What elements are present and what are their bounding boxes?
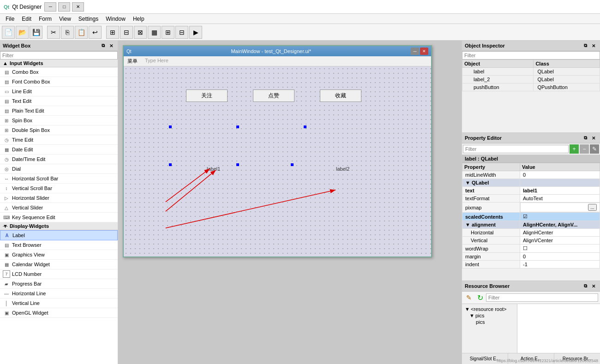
- preview-button[interactable]: ▶: [189, 26, 202, 39]
- widget-text-edit[interactable]: ▤ Text Edit: [0, 96, 118, 106]
- prop-row[interactable]: margin 0: [462, 253, 600, 261]
- qt-button-favorite[interactable]: 收藏: [320, 90, 361, 102]
- center-area[interactable]: Qt MainWindow - test_Qt_Designer.ui* ─ ✕…: [118, 41, 462, 364]
- qt-menu-item-2[interactable]: Type Here: [143, 57, 170, 65]
- menu-edit[interactable]: Edit: [18, 15, 35, 23]
- property-editor-close-btn[interactable]: ✕: [590, 134, 597, 142]
- res-tree-root[interactable]: ▼ <resource root>: [464, 306, 515, 312]
- prop-value[interactable]: ☑: [520, 213, 600, 221]
- table-row[interactable]: label QLabel: [462, 68, 600, 76]
- menu-file[interactable]: File: [2, 15, 18, 23]
- prop-row[interactable]: Vertical AlignVCenter: [462, 237, 600, 245]
- qt-close-btn[interactable]: ✕: [420, 48, 428, 55]
- widget-spin-box[interactable]: ⊞ Spin Box: [0, 116, 118, 125]
- res-refresh-btn[interactable]: ↻: [475, 292, 485, 303]
- paste-button[interactable]: 📋: [75, 26, 88, 39]
- menu-window[interactable]: Window: [102, 15, 129, 23]
- res-tree-pics-sub[interactable]: pics: [464, 319, 515, 325]
- grid-button[interactable]: ⊞: [162, 26, 174, 39]
- cut-button[interactable]: ✂: [47, 26, 60, 39]
- minimize-button[interactable]: ─: [44, 2, 56, 12]
- qt-label-2[interactable]: label2: [336, 166, 349, 172]
- prop-value[interactable]: 0: [520, 171, 600, 179]
- prop-row[interactable]: pixmap ...: [462, 203, 600, 213]
- prop-remove-btn[interactable]: −: [580, 144, 589, 154]
- prop-value[interactable]: label1: [520, 187, 600, 195]
- widget-vertical-line[interactable]: │ Vertical Line: [0, 298, 118, 308]
- menu-help[interactable]: Help: [129, 15, 148, 23]
- resource-browser-close-btn[interactable]: ✕: [590, 282, 597, 290]
- qt-form-content[interactable]: 关注 点赞 收藏 label1 label2: [124, 66, 431, 257]
- widget-time-edit[interactable]: ◷ Time Edit: [0, 135, 118, 145]
- widget-key-sequence-edit[interactable]: ⌨ Key Sequence Edit: [0, 213, 118, 222]
- widget-progress-bar[interactable]: ▰ Progress Bar: [0, 279, 118, 289]
- widget-font-combo-box[interactable]: ▤ Font Combo Box: [0, 77, 118, 87]
- category-display-widgets[interactable]: ▼ Display Widgets: [0, 222, 118, 230]
- widget-combo-box[interactable]: ▤ Combo Box: [0, 67, 118, 77]
- widget-datetime-edit[interactable]: ◷ Date/Time Edit: [0, 155, 118, 164]
- prop-add-btn[interactable]: +: [570, 144, 579, 154]
- layout-button[interactable]: ▦: [148, 26, 161, 39]
- prop-value[interactable]: ☐: [520, 245, 600, 253]
- prop-row[interactable]: text label1: [462, 187, 600, 195]
- menu-view[interactable]: View: [55, 15, 75, 23]
- widget-horizontal-line[interactable]: — Horizontal Line: [0, 289, 118, 298]
- category-input-widgets[interactable]: ▲ Input Widgets: [0, 60, 118, 67]
- qt-minimize-btn[interactable]: ─: [411, 48, 419, 55]
- object-inspector-filter[interactable]: [462, 51, 600, 60]
- align-right-button[interactable]: ⊟: [120, 26, 133, 39]
- open-button[interactable]: 📂: [16, 26, 29, 39]
- close-button[interactable]: ✕: [72, 2, 84, 12]
- widget-opengl-widget[interactable]: ▣ OpenGL Widget: [0, 308, 118, 318]
- object-inspector-float-btn[interactable]: ⧉: [582, 42, 589, 49]
- prop-edit-btn[interactable]: ✎: [590, 144, 599, 154]
- res-tree-pics[interactable]: ▼ pics: [464, 312, 515, 319]
- widget-double-spin-box[interactable]: ⊞ Double Spin Box: [0, 125, 118, 135]
- menu-settings[interactable]: Settings: [75, 15, 102, 23]
- widget-box-float-btn[interactable]: ⧉: [99, 42, 107, 49]
- prop-value[interactable]: AlignHCenter: [520, 229, 600, 237]
- qt-button-like[interactable]: 点赞: [253, 90, 294, 102]
- pixmap-edit-btn[interactable]: ...: [588, 204, 596, 211]
- widget-lcd-number[interactable]: 7 LCD Number: [0, 269, 118, 279]
- undo-button[interactable]: ↩: [89, 26, 102, 39]
- prop-value[interactable]: AlignVCenter: [520, 237, 600, 245]
- table-row[interactable]: label_2 QLabel: [462, 76, 600, 84]
- break-layout-button[interactable]: ⊟: [175, 26, 188, 39]
- prop-row[interactable]: indent -1: [462, 261, 600, 269]
- qt-button-follow[interactable]: 关注: [186, 90, 228, 102]
- widget-plain-text-edit[interactable]: ▤ Plain Text Edit: [0, 106, 118, 116]
- widget-filter-input[interactable]: [0, 51, 118, 60]
- widget-box-close-btn[interactable]: ✕: [108, 42, 115, 49]
- prop-filter-input[interactable]: [463, 145, 569, 153]
- widget-vertical-slider[interactable]: △ Vertical Slider: [0, 203, 118, 213]
- widget-vertical-scroll-bar[interactable]: ↕ Vertical Scroll Bar: [0, 184, 118, 193]
- widget-horizontal-scroll-bar[interactable]: ↔ Horizontal Scroll Bar: [0, 174, 118, 184]
- align-center-button[interactable]: ⊠: [134, 26, 147, 39]
- menu-form[interactable]: Form: [35, 15, 55, 23]
- prop-row[interactable]: midLineWidth 0: [462, 171, 600, 179]
- prop-row[interactable]: Horizontal AlignHCenter: [462, 229, 600, 237]
- prop-value[interactable]: AutoText: [520, 195, 600, 203]
- align-left-button[interactable]: ⊞: [106, 26, 119, 39]
- widget-dial[interactable]: ◎ Dial: [0, 164, 118, 174]
- resource-browser-float-btn[interactable]: ⧉: [582, 282, 589, 290]
- new-button[interactable]: 📄: [2, 26, 15, 39]
- prop-value[interactable]: ...: [520, 203, 600, 212]
- prop-value[interactable]: -1: [520, 261, 600, 269]
- widget-label[interactable]: A Label: [0, 230, 118, 240]
- copy-button[interactable]: ⎘: [61, 26, 74, 39]
- table-row[interactable]: pushButton QPushButton: [462, 84, 600, 91]
- widget-date-edit[interactable]: ▦ Date Edit: [0, 145, 118, 155]
- object-inspector-close-btn[interactable]: ✕: [590, 42, 597, 49]
- prop-value[interactable]: 0: [520, 253, 600, 261]
- widget-horizontal-slider[interactable]: ▷ Horizontal Slider: [0, 193, 118, 203]
- prop-row[interactable]: wordWrap ☐: [462, 245, 600, 253]
- maximize-button[interactable]: □: [58, 2, 70, 12]
- widget-calendar-widget[interactable]: ▦ Calendar Widget: [0, 260, 118, 269]
- widget-graphics-view[interactable]: ▣ Graphics View: [0, 250, 118, 260]
- prop-row-highlight[interactable]: scaledContents ☑: [462, 213, 600, 221]
- widget-text-browser[interactable]: ▤ Text Browser: [0, 240, 118, 250]
- qt-label-1[interactable]: label1: [207, 166, 220, 172]
- prop-row[interactable]: textFormat AutoText: [462, 195, 600, 203]
